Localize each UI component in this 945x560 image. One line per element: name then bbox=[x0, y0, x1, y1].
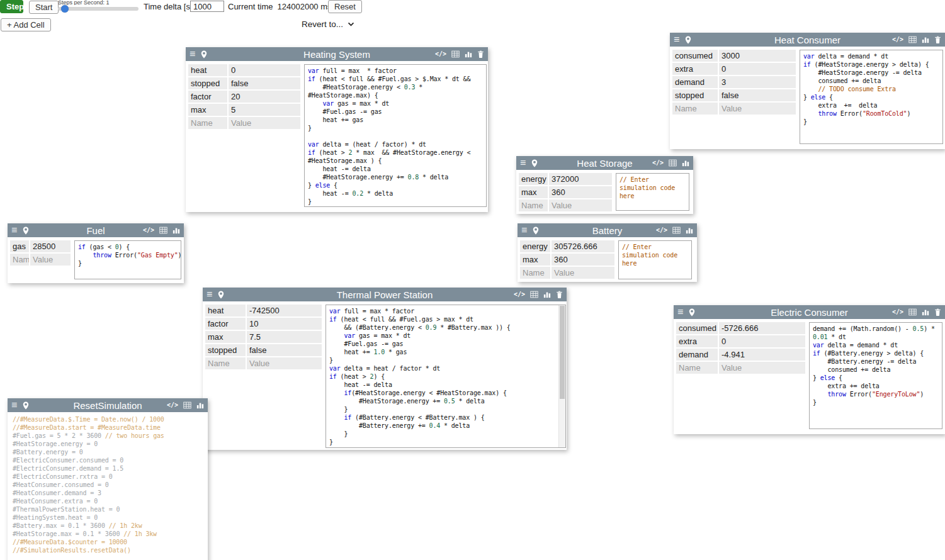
panel-header[interactable]: ≡ Thermal Power Station </> bbox=[203, 288, 567, 301]
panel-header[interactable]: ≡ Heat Consumer </> bbox=[670, 33, 945, 47]
code-editor[interactable]: var full = max * factorif (heat < full &… bbox=[304, 64, 487, 207]
property-key[interactable]: gas bbox=[10, 240, 29, 252]
property-value[interactable]: false bbox=[229, 77, 300, 89]
step-button[interactable]: Step bbox=[0, 0, 23, 13]
reset-button[interactable]: Reset bbox=[328, 0, 362, 13]
property-key[interactable]: Name bbox=[519, 199, 548, 211]
property-value[interactable]: false bbox=[719, 89, 796, 101]
property-value[interactable]: 3000 bbox=[719, 50, 796, 62]
property-key[interactable]: consumed bbox=[672, 50, 718, 62]
pin-icon[interactable] bbox=[689, 308, 695, 316]
property-value[interactable]: Value bbox=[719, 362, 805, 374]
table-icon[interactable] bbox=[451, 50, 460, 58]
property-key[interactable]: heat bbox=[205, 305, 246, 316]
property-value[interactable]: Value bbox=[247, 357, 322, 369]
property-value[interactable]: 372000 bbox=[549, 173, 612, 185]
code-icon[interactable]: </> bbox=[143, 227, 154, 233]
property-key[interactable]: max bbox=[520, 254, 550, 266]
table-icon[interactable] bbox=[908, 36, 917, 43]
slider-thumb[interactable] bbox=[61, 5, 69, 13]
property-value[interactable]: Value bbox=[549, 199, 612, 211]
menu-icon[interactable]: ≡ bbox=[11, 225, 17, 235]
chart-icon[interactable] bbox=[682, 159, 689, 167]
chart-icon[interactable] bbox=[922, 36, 929, 43]
property-value[interactable]: 10 bbox=[247, 318, 322, 330]
property-key[interactable]: demand bbox=[672, 76, 718, 88]
property-key[interactable]: stopped bbox=[188, 77, 227, 89]
property-value[interactable]: -5726.666 bbox=[719, 322, 805, 334]
menu-icon[interactable]: ≡ bbox=[521, 225, 527, 235]
property-value[interactable]: 20 bbox=[229, 91, 300, 103]
pin-icon[interactable] bbox=[201, 50, 207, 59]
property-key[interactable]: max bbox=[205, 331, 246, 343]
table-icon[interactable] bbox=[530, 291, 538, 298]
menu-icon[interactable]: ≡ bbox=[520, 158, 526, 168]
property-key[interactable]: Name bbox=[10, 254, 29, 266]
menu-icon[interactable]: ≡ bbox=[677, 307, 683, 317]
property-value[interactable]: 360 bbox=[549, 186, 612, 198]
code-editor[interactable]: var delta = demand * dtif (#HeatStorage.… bbox=[800, 50, 943, 144]
property-key[interactable]: energy bbox=[519, 173, 548, 185]
property-key[interactable]: Name bbox=[188, 117, 227, 129]
property-key[interactable]: demand bbox=[676, 349, 718, 361]
table-icon[interactable] bbox=[159, 227, 167, 234]
property-key[interactable]: extra bbox=[676, 335, 718, 347]
trash-icon[interactable] bbox=[934, 36, 941, 43]
property-key[interactable]: Name bbox=[520, 267, 550, 279]
property-key[interactable]: Name bbox=[205, 357, 246, 369]
property-key[interactable]: max bbox=[188, 104, 227, 116]
panel-header[interactable]: ≡ Heat Storage </> bbox=[516, 156, 693, 170]
property-value[interactable]: Value bbox=[30, 254, 71, 266]
table-icon[interactable] bbox=[672, 227, 681, 234]
property-value[interactable]: 0 bbox=[719, 63, 796, 75]
menu-icon[interactable]: ≡ bbox=[190, 49, 195, 59]
code-editor[interactable]: if (gas < 0) { throw Error("Gas Empty")} bbox=[74, 240, 181, 279]
code-icon[interactable]: </> bbox=[167, 402, 178, 408]
code-editor[interactable]: // Entersimulation codehere bbox=[616, 173, 689, 211]
menu-icon[interactable]: ≡ bbox=[11, 400, 17, 410]
property-key[interactable]: stopped bbox=[672, 89, 718, 101]
property-value[interactable]: 305726.666 bbox=[552, 240, 614, 252]
revert-dropdown[interactable]: Revert to... bbox=[302, 20, 354, 29]
chart-icon[interactable] bbox=[922, 308, 929, 316]
property-value[interactable]: 0 bbox=[719, 335, 805, 347]
code-icon[interactable]: </> bbox=[656, 227, 667, 233]
property-value[interactable]: false bbox=[247, 344, 322, 356]
property-key[interactable]: factor bbox=[188, 91, 227, 103]
property-key[interactable]: Name bbox=[672, 103, 718, 115]
panel-header[interactable]: ≡ Electric Consumer </> bbox=[674, 305, 945, 319]
code-editor[interactable]: // Entersimulation codehere bbox=[618, 240, 692, 279]
panel-header[interactable]: ≡ Battery </> bbox=[518, 223, 697, 237]
trash-icon[interactable] bbox=[477, 50, 484, 58]
property-value[interactable]: 28500 bbox=[30, 240, 71, 252]
code-icon[interactable]: </> bbox=[892, 309, 903, 315]
property-value[interactable]: -742500 bbox=[247, 305, 322, 316]
time-delta-input[interactable] bbox=[190, 1, 224, 12]
property-key[interactable]: factor bbox=[205, 318, 246, 330]
chart-icon[interactable] bbox=[173, 227, 180, 234]
table-icon[interactable] bbox=[669, 159, 677, 167]
code-editor[interactable]: //#MeasureData.$.Time = Date.now() / 100… bbox=[9, 414, 205, 560]
menu-icon[interactable]: ≡ bbox=[207, 289, 212, 300]
add-cell-button[interactable]: + Add Cell bbox=[1, 18, 51, 31]
code-icon[interactable]: </> bbox=[435, 51, 446, 57]
property-value[interactable]: 3 bbox=[719, 76, 796, 88]
panel-header[interactable]: ≡ ResetSimulation </> bbox=[8, 398, 208, 412]
menu-icon[interactable]: ≡ bbox=[674, 35, 679, 45]
property-value[interactable]: -4.941 bbox=[719, 349, 805, 361]
property-key[interactable]: heat bbox=[188, 64, 227, 76]
pin-icon[interactable] bbox=[218, 291, 224, 299]
property-key[interactable]: energy bbox=[520, 240, 550, 252]
property-key[interactable]: Name bbox=[676, 362, 718, 374]
code-icon[interactable]: </> bbox=[892, 36, 903, 43]
chart-icon[interactable] bbox=[686, 227, 693, 234]
pin-icon[interactable] bbox=[533, 227, 539, 235]
chart-icon[interactable] bbox=[465, 50, 472, 58]
table-icon[interactable] bbox=[183, 401, 191, 409]
code-editor[interactable]: demand += (Math.random() - 0.5) *0.01 * … bbox=[809, 322, 942, 429]
panel-header[interactable]: ≡ Heating System </> bbox=[186, 47, 488, 61]
property-value[interactable]: 0 bbox=[229, 64, 300, 76]
property-key[interactable]: extra bbox=[672, 63, 718, 75]
property-value[interactable]: Value bbox=[552, 267, 614, 279]
property-key[interactable]: max bbox=[519, 186, 548, 198]
